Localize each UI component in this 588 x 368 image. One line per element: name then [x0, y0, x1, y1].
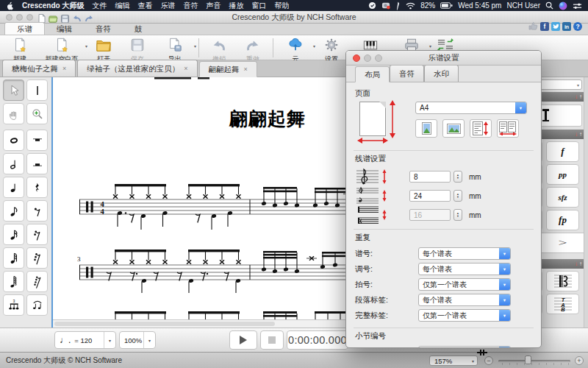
collapse-up-icon[interactable]: ↑ — [579, 131, 582, 138]
wifi-icon[interactable] — [406, 2, 415, 10]
collapse-up-icon[interactable]: ↑ — [579, 261, 582, 267]
quarter-note-tool[interactable] — [3, 177, 24, 198]
ribbon-tab-note[interactable]: 音符 — [84, 23, 123, 35]
panel-section-header[interactable]: ↓ ↑ — [536, 259, 588, 269]
full-label-repeat-select[interactable]: 仅第一个谱表▾ — [418, 309, 511, 322]
menu-clock[interactable]: Wed 5:45 pm — [458, 1, 501, 10]
sixtyfourth-rest-tool[interactable] — [26, 271, 48, 292]
staff-size-input[interactable]: 8 — [409, 171, 451, 183]
menu-item-play[interactable]: 播放 — [229, 1, 243, 11]
zoom-out-button[interactable]: − — [484, 356, 493, 365]
panel-scrollbar[interactable] — [584, 77, 588, 328]
hand-pan-tool[interactable] — [3, 103, 24, 124]
settings-button[interactable]: 设置 — [315, 36, 348, 60]
zoom-slider-track[interactable] — [498, 360, 570, 362]
doc-tab-greensleeves[interactable]: 绿袖子（这是谁家的宝贝） × — [77, 60, 197, 77]
new-blank-page-button[interactable]: ▾ 新建空白页 — [37, 36, 87, 60]
staff-distance-input[interactable]: 24 — [409, 190, 451, 202]
undo-button[interactable]: 撤销 — [202, 36, 236, 60]
clef-preview-button[interactable] — [539, 105, 582, 127]
close-icon[interactable]: × — [62, 60, 66, 77]
help-icon[interactable]: ? — [573, 22, 582, 31]
key-repeat-select[interactable]: 每个谱表▾ — [418, 263, 511, 275]
menu-item-note[interactable]: 音符 — [183, 1, 198, 11]
zoom-in-tool[interactable] — [26, 103, 48, 124]
panel-section-header[interactable]: ↓ ↑ — [536, 130, 588, 139]
dynamic-fp-button[interactable]: fp — [546, 210, 579, 230]
menu-item-edit[interactable]: 编辑 — [115, 1, 129, 11]
close-icon[interactable]: × — [244, 62, 248, 77]
half-note-tool[interactable] — [3, 153, 24, 174]
alto-clef-button[interactable] — [546, 271, 579, 291]
export-button[interactable]: ▾ 导出 — [154, 36, 196, 60]
linkedin-icon[interactable]: in — [562, 22, 571, 31]
twitter-icon[interactable] — [551, 22, 560, 31]
stepper-control[interactable]: ▴▾ — [453, 171, 462, 183]
stepper-control[interactable]: ▴▾ — [453, 209, 462, 221]
facebook-icon[interactable]: f — [540, 22, 549, 31]
tempo-dropdown[interactable]: ▾ — [104, 332, 115, 348]
ribbon-tab-edit[interactable]: 编辑 — [45, 23, 84, 35]
camera-record-icon[interactable] — [381, 1, 390, 10]
screen-time-icon[interactable] — [368, 1, 376, 10]
volume-control[interactable]: 100% ▾ — [119, 331, 156, 349]
zoom-in-button[interactable]: + — [575, 356, 584, 365]
close-icon[interactable]: × — [184, 60, 187, 77]
menu-item-score[interactable]: 乐谱 — [160, 1, 175, 11]
barline-tool[interactable] — [26, 79, 48, 101]
select-cursor-tool[interactable] — [3, 79, 24, 101]
volume-dropdown[interactable]: ▾ — [143, 332, 155, 348]
part-label-repeat-select[interactable]: 每个谱表▾ — [418, 294, 511, 306]
collapse-down-icon[interactable]: ↓ — [575, 93, 578, 100]
pen-icon[interactable] — [395, 1, 401, 10]
play-button[interactable] — [229, 330, 257, 350]
menu-item-sound[interactable]: 声音 — [206, 1, 220, 11]
save-button[interactable]: 保存 — [121, 36, 154, 60]
sixtyfourth-note-tool[interactable] — [3, 271, 24, 292]
panel-section-header[interactable]: ↓ ↑ — [536, 92, 588, 102]
tab-watermark[interactable]: 水印 — [424, 65, 459, 82]
dynamic-sfz-button[interactable]: sfz — [546, 187, 579, 208]
doc-tab-sugarplum[interactable]: 糖梅仙子之舞 × — [2, 60, 76, 77]
search-icon[interactable] — [545, 1, 553, 10]
redo-button[interactable]: 重做 — [236, 36, 270, 60]
page-width-button[interactable] — [497, 119, 519, 138]
collapse-up-icon[interactable]: ↑ — [579, 93, 582, 100]
doc-tab-dancing[interactable]: 翩翩起舞 × — [199, 61, 257, 77]
dropdown-arrow-icon[interactable]: ▾ — [194, 43, 196, 49]
dialog-title-bar[interactable]: 乐谱设置 — [346, 51, 541, 66]
quarter-rest-tool[interactable] — [26, 177, 48, 198]
thirtysecond-note-tool[interactable] — [3, 247, 24, 269]
cloud-button[interactable]: ▾ 云 — [276, 36, 315, 60]
tab-notes[interactable]: 音符 — [390, 65, 424, 82]
ribbon-tab-score[interactable]: 乐谱 — [4, 22, 45, 35]
zoom-level-select[interactable]: 157% ▾ — [429, 355, 478, 366]
sixteenth-rest-tool[interactable] — [26, 224, 48, 245]
collapse-down-icon[interactable]: ↓ — [575, 131, 578, 138]
new-button[interactable]: 新建 — [3, 36, 37, 60]
zoom-slider-thumb[interactable] — [525, 355, 531, 364]
siri-icon[interactable] — [559, 1, 567, 10]
portrait-image-button[interactable] — [415, 119, 437, 138]
dynamic-pp-button[interactable]: pp — [546, 164, 579, 185]
whole-note-tool[interactable] — [3, 130, 24, 151]
like-icon[interactable] — [528, 20, 538, 33]
menu-app-name[interactable]: Crescendo 大师级 — [22, 1, 84, 11]
tab-layout[interactable]: 布局 — [355, 66, 390, 82]
dynamic-f-button[interactable]: f — [546, 141, 579, 162]
apple-logo-icon[interactable] — [6, 1, 14, 10]
clef-repeat-select[interactable]: 每个谱表▾ — [418, 247, 511, 260]
menu-item-file[interactable]: 文件 — [92, 1, 107, 11]
open-button[interactable]: 打开 — [87, 36, 121, 60]
sixteenth-note-tool[interactable] — [3, 224, 24, 245]
time-repeat-select[interactable]: 仅第一个谱表▾ — [418, 278, 511, 291]
page-height-button[interactable] — [470, 119, 492, 138]
tie-tool[interactable] — [26, 294, 48, 316]
paper-size-select[interactable]: A4 ▾ — [415, 102, 527, 114]
triplet-tool[interactable]: 3 — [3, 294, 24, 316]
thirtysecond-rest-tool[interactable] — [26, 247, 48, 269]
menu-item-help[interactable]: 帮助 — [274, 1, 289, 11]
landscape-image-button[interactable] — [442, 119, 465, 138]
eighth-rest-tool[interactable] — [26, 200, 48, 222]
accent-button[interactable]: > — [535, 233, 588, 253]
